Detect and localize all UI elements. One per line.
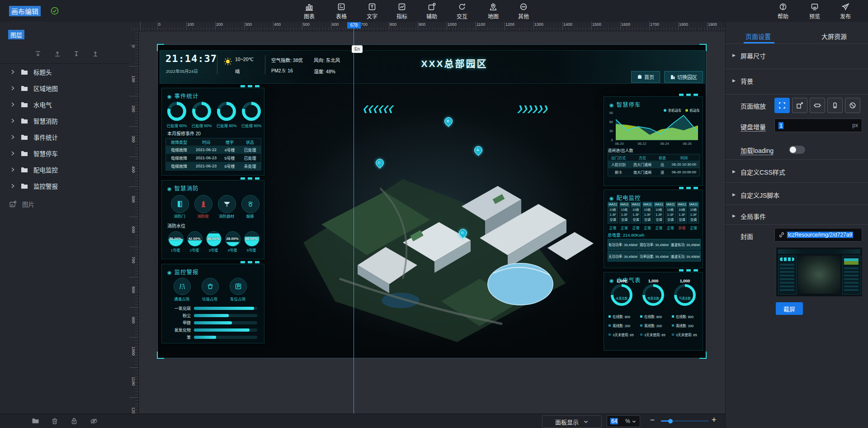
zoom-fit-height-button[interactable] bbox=[827, 98, 843, 113]
panel-utility-meters[interactable]: ◉水电气表 1,000 1,000 1,000 水表总数 电表总数 气表总数 在… bbox=[604, 272, 703, 351]
zoom-out-button[interactable]: − bbox=[650, 416, 655, 425]
toolbar-item-map[interactable]: 地图 bbox=[479, 2, 508, 20]
ruler-label: 400 bbox=[131, 166, 136, 173]
zoom-stretch-button[interactable] bbox=[792, 98, 807, 113]
sidebar-layer-region-map[interactable]: 区域地图 bbox=[0, 81, 139, 96]
monitor-icon-label: 车位占用 bbox=[225, 296, 250, 301]
meter-stat: 在线数: 600 bbox=[672, 314, 693, 319]
humidity: 湿度: 48% bbox=[314, 68, 335, 75]
folder-icon bbox=[21, 118, 28, 124]
dashboard-canvas[interactable]: B A C D 21:14:37 2022年05月24日 10~20℃ 晴 空气… bbox=[157, 44, 706, 358]
layer-to-top-icon[interactable] bbox=[53, 50, 61, 58]
panel-smart-parking[interactable]: ◉智慧停车 非机动车 机动车 90 60 30 0 06-20 06-22 06… bbox=[604, 96, 703, 186]
toolbar-item-auxiliary[interactable]: 辅助 bbox=[417, 2, 446, 20]
panel-title: ◉智慧停车 bbox=[609, 100, 641, 109]
table-row: 电梯故障2021-06-235号楼已处理 bbox=[166, 154, 261, 162]
keyboard-increment-input[interactable]: 1 px bbox=[774, 119, 862, 132]
lock-icon[interactable] bbox=[71, 417, 78, 425]
monitor-icon-label: 通道占用 bbox=[169, 296, 194, 301]
sidebar-layer-alerts[interactable]: 监控警报 bbox=[0, 178, 139, 194]
zoom-fit-button[interactable] bbox=[774, 98, 790, 113]
delete-icon[interactable] bbox=[51, 417, 58, 425]
cover-thumbnail[interactable] bbox=[776, 247, 863, 297]
layer-move-down-icon[interactable] bbox=[72, 50, 80, 58]
help-button[interactable]: 帮助 bbox=[769, 2, 797, 20]
zoom-percent-input[interactable]: 64 % bbox=[607, 415, 640, 427]
zoom-fit-width-button[interactable] bbox=[810, 98, 825, 113]
switch-campus-button[interactable]: 切换园区 bbox=[664, 71, 703, 83]
section-global-events[interactable]: 全局事件 bbox=[741, 212, 766, 221]
panel-event-stats[interactable]: ◉事件统计 已处理 80% 已处理 80% 已处理 80% 已处理 80% 本月… bbox=[161, 88, 264, 176]
disable-icon bbox=[849, 102, 856, 109]
sidebar-layer-utilities[interactable]: 水电气 bbox=[0, 97, 139, 112]
zoom-in-button[interactable]: + bbox=[712, 415, 717, 425]
section-background[interactable]: 背景 bbox=[741, 76, 753, 86]
fit-height-icon bbox=[831, 102, 839, 109]
panel-decoration bbox=[679, 187, 698, 189]
ruler-label: 100 bbox=[131, 76, 136, 82]
ruler-label: 1300 bbox=[534, 22, 543, 27]
horizontal-ruler[interactable]: 0 100 200 300 400 500 600 700 800 900 10… bbox=[129, 22, 725, 31]
table-header-row: 故障类型时间楼宇状态 bbox=[166, 138, 261, 146]
table-icon bbox=[337, 2, 346, 11]
guide-line[interactable] bbox=[354, 22, 354, 414]
sidebar-layer-fire[interactable]: 智慧消防 bbox=[0, 113, 139, 128]
zoom-none-button[interactable] bbox=[845, 98, 860, 113]
panel-display-dropdown[interactable]: 面板显示 bbox=[542, 415, 602, 428]
panel-monitor-alerts[interactable]: ◉监控警报 通道占用 垃圾占用 车位占用 一氧化碳 粉尘 甲醛 氮氧化物 苯 bbox=[161, 264, 264, 343]
tab-screen-resources[interactable]: 大屏资源 bbox=[821, 32, 847, 41]
toolbar-item-table[interactable]: 表格 bbox=[327, 2, 356, 20]
expand-arrow-icon[interactable]: ▶ bbox=[732, 169, 736, 174]
thumb-chart bbox=[844, 258, 859, 265]
panel-power-monitor[interactable]: ◉配电监控 IAA1110栋1-3F空调 IAA1110栋1-3F空调 IAA1… bbox=[604, 190, 703, 268]
toolbar-item-other[interactable]: 其他 bbox=[509, 2, 538, 20]
layer-to-bottom-icon[interactable] bbox=[34, 50, 42, 58]
ruler-label: 400 bbox=[274, 22, 281, 27]
ruler-label: 1100 bbox=[131, 377, 136, 385]
meter-stat: 3天未使用: 65 bbox=[640, 332, 665, 337]
layer-move-up-icon[interactable] bbox=[91, 50, 99, 58]
selection-corner bbox=[699, 352, 707, 359]
zoom-value: 64 bbox=[610, 418, 618, 424]
text-icon bbox=[368, 2, 377, 11]
expand-arrow-icon[interactable]: ▶ bbox=[732, 53, 736, 57]
sidebar-item-image[interactable]: 图片 bbox=[0, 196, 138, 212]
toolbar-item-indicator[interactable]: 指标 bbox=[387, 2, 416, 20]
toolbar-item-interaction[interactable]: 交互 bbox=[448, 2, 476, 20]
toolbar-item-text[interactable]: 文字 bbox=[358, 2, 387, 20]
group-folder-icon[interactable] bbox=[32, 417, 39, 424]
toolbar-item-charts[interactable]: 图表 bbox=[295, 2, 324, 20]
cover-url-input[interactable]: lczResource/img/2/d727a9 bbox=[774, 228, 862, 242]
sidebar-layer-power[interactable]: 配电监控 bbox=[0, 162, 139, 177]
home-button[interactable]: 首页 bbox=[631, 71, 660, 83]
indicator-icon bbox=[397, 2, 406, 11]
loading-toggle[interactable] bbox=[789, 146, 805, 154]
tab-page-settings[interactable]: 页面设置 bbox=[745, 32, 771, 41]
pm25: PM2.5: 16 bbox=[271, 68, 293, 73]
sidebar-layer-parking[interactable]: 智慧停车 bbox=[0, 146, 139, 161]
meter-name: 水表总数 bbox=[611, 296, 632, 300]
zoom-slider-track[interactable] bbox=[661, 420, 709, 422]
section-custom-js[interactable]: 自定义JS脚本 bbox=[741, 190, 779, 200]
ruler-label: 600 bbox=[131, 226, 136, 233]
vertical-ruler[interactable]: 0 100 200 300 400 500 600 700 800 900 10… bbox=[129, 31, 139, 414]
sidebar-layer-title-head[interactable]: 标题头 bbox=[0, 64, 139, 80]
panel-title: ◉配电监控 bbox=[609, 193, 641, 202]
meter-stat: 3天未使用: 65 bbox=[609, 332, 634, 337]
section-custom-css[interactable]: 自定义CSS样式 bbox=[741, 167, 785, 176]
hide-eye-icon[interactable] bbox=[90, 417, 98, 425]
section-screen-size[interactable]: 屏幕尺寸 bbox=[741, 51, 766, 60]
ruler-label: 1900 bbox=[708, 22, 717, 27]
panel-smart-fire[interactable]: ◉智慧消防 消防门 消防栓 消防器材 烟感 消防水位 50.00% 42.00%… bbox=[161, 180, 264, 259]
publish-button[interactable]: 发布 bbox=[831, 2, 860, 20]
folder-icon bbox=[21, 166, 28, 173]
expand-arrow-icon[interactable]: ▶ bbox=[732, 192, 736, 197]
expand-arrow-icon[interactable]: ▶ bbox=[732, 78, 736, 83]
zoom-slider-knob[interactable] bbox=[668, 419, 673, 423]
page-title[interactable]: 画布编辑 bbox=[9, 6, 41, 16]
sidebar-layer-events[interactable]: 事件统计 bbox=[0, 129, 139, 145]
gas-bar-row: 氮氧化物 bbox=[165, 327, 257, 333]
screenshot-button[interactable]: 截屏 bbox=[776, 302, 803, 315]
expand-arrow-icon[interactable]: ▶ bbox=[732, 214, 736, 218]
preview-button[interactable]: 预览 bbox=[800, 2, 829, 20]
